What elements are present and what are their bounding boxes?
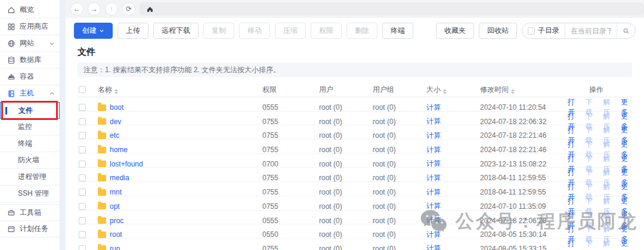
sidebar-item-应用商店[interactable]: 应用商店 [0, 18, 60, 35]
row-checkbox[interactable] [79, 146, 86, 153]
refresh-button[interactable]: ⟳ [122, 2, 135, 16]
sidebar-item-进程管理[interactable]: 进程管理 [0, 169, 60, 186]
toolbar-button-远程下载[interactable]: 远程下载 [153, 23, 199, 39]
file-name-link[interactable]: root [110, 230, 122, 239]
sidebar-item-终端[interactable]: 终端 [0, 135, 60, 152]
calculate-size-link[interactable]: 计算 [426, 146, 441, 154]
toolbox-icon [7, 208, 16, 217]
file-name-link[interactable]: dev [110, 118, 121, 126]
sort-icon [443, 89, 447, 95]
file-name-link[interactable]: media [110, 174, 129, 182]
file-name-link[interactable]: home [110, 146, 128, 154]
calculate-size-link[interactable]: 计算 [426, 103, 441, 112]
breadcrumb[interactable] [140, 2, 644, 16]
file-name-link[interactable]: etc [110, 131, 119, 140]
mtime-cell: 2024-07-18 22:06:28 [480, 217, 561, 225]
file-name-link[interactable]: mnt [110, 188, 122, 196]
sidebar-item-网站[interactable]: 网站 [0, 35, 60, 52]
user-cell: root (0) [319, 160, 373, 168]
sidebar-item-label: 容器 [20, 72, 34, 82]
toolbar-button-上传[interactable]: 上传 [117, 23, 148, 39]
file-panel: 创建 上传远程下载复制移动压缩权限删除终端 收藏夹 回收站 子目录 [66, 18, 644, 250]
permission-cell: 0555 [262, 217, 319, 225]
column-header-修改时间[interactable]: 修改时间 [480, 85, 561, 95]
file-name-link[interactable]: lost+found [110, 160, 143, 168]
table-row: root0550root (0)root (0)计算2024-08-05 15:… [78, 224, 632, 239]
user-cell: root (0) [319, 146, 373, 154]
recycle-bin-button[interactable]: 回收站 [479, 23, 517, 39]
row-checkbox[interactable] [79, 231, 86, 238]
sidebar-item-label: 防火墙 [18, 155, 39, 165]
server-icon [7, 89, 16, 98]
calculate-size-link[interactable]: 计算 [426, 117, 441, 125]
row-checkbox[interactable] [79, 174, 86, 181]
select-all-checkbox[interactable] [79, 86, 86, 93]
create-button[interactable]: 创建 [74, 23, 113, 39]
file-content: 文件 注意：1. 搜索结果不支持排序功能 2. 文件夹无法按大小排序。 名称权限… [66, 47, 644, 250]
calculate-size-link[interactable]: 计算 [426, 159, 441, 168]
op-link-解压: 解压 [603, 239, 615, 250]
search-button[interactable] [617, 23, 635, 38]
column-header-大小[interactable]: 大小 [426, 85, 480, 95]
sidebar-item-容器[interactable]: 容器 [0, 69, 60, 85]
file-name-link[interactable]: run [110, 245, 120, 250]
name-cell: dev [98, 118, 262, 126]
table-row: dev0755root (0)root (0)计算2024-07-18 22:0… [78, 112, 632, 126]
column-header-名称[interactable]: 名称 [98, 85, 262, 95]
forward-icon: → [91, 3, 98, 15]
row-checkbox[interactable] [79, 203, 86, 210]
row-checkbox[interactable] [79, 104, 86, 111]
row-checkbox[interactable] [79, 189, 86, 196]
sidebar-item-SSH 管理[interactable]: SSH 管理 [0, 186, 60, 202]
sidebar-item-label: 应用商店 [20, 21, 48, 32]
sidebar-item-数据库[interactable]: 数据库 [0, 52, 60, 69]
home-icon[interactable] [146, 5, 154, 13]
toolbar-button-终端[interactable]: 终端 [382, 23, 413, 39]
page-title: 文件 [78, 47, 632, 58]
back-button[interactable]: ← [70, 2, 83, 16]
sidebar-item-文件[interactable]: 文件 [0, 102, 60, 119]
file-name-link[interactable]: opt [110, 202, 120, 211]
sidebar-item-概览[interactable]: 概览 [0, 2, 60, 18]
sidebar-item-工具箱[interactable]: 工具箱 [0, 204, 60, 221]
folder-icon [98, 217, 106, 224]
sidebar-item-防火墙[interactable]: 防火墙 [0, 152, 60, 169]
calculate-size-link[interactable]: 计算 [426, 188, 441, 196]
calculate-size-link[interactable]: 计算 [426, 216, 441, 224]
row-checkbox[interactable] [79, 161, 86, 168]
op-link-更多[interactable]: 更多 [621, 239, 632, 250]
forward-button[interactable]: → [88, 2, 101, 16]
row-checkbox[interactable] [79, 217, 86, 224]
file-name-link[interactable]: proc [110, 217, 123, 225]
sidebar-item-监控[interactable]: 监控 [0, 119, 60, 135]
calculate-size-link[interactable]: 计算 [426, 230, 441, 239]
sidebar-item-label: 网站 [20, 38, 34, 48]
column-header-label: 操作 [589, 85, 603, 94]
permission-cell: 0755 [262, 202, 319, 211]
toolbar-right: 收藏夹 回收站 子目录 [436, 23, 636, 39]
row-checkbox[interactable] [79, 118, 86, 125]
sidebar-item-主机[interactable]: 主机 [0, 85, 60, 102]
calculate-size-link[interactable]: 计算 [426, 244, 441, 250]
sidebar-item-计划任务[interactable]: 计划任务 [0, 221, 60, 237]
calculate-size-link[interactable]: 计算 [426, 131, 441, 140]
sidebar-item-label: 计划任务 [20, 224, 48, 234]
favorites-button[interactable]: 收藏夹 [436, 23, 474, 39]
search-input[interactable] [571, 27, 611, 35]
row-checkbox[interactable] [79, 245, 86, 250]
permission-cell: 0700 [262, 160, 319, 168]
mtime-cell: 2024-07-10 11:35:09 [480, 202, 561, 211]
calculate-size-link[interactable]: 计算 [426, 202, 441, 210]
folder-icon [98, 245, 106, 250]
table-row: proc0555root (0)root (0)计算2024-07-18 22:… [78, 211, 632, 225]
file-name-link[interactable]: boot [110, 103, 123, 112]
subdir-checkbox[interactable] [528, 27, 535, 35]
subdir-toggle[interactable]: 子目录 [522, 23, 565, 38]
calculate-size-link[interactable]: 计算 [426, 174, 441, 182]
row-checkbox[interactable] [79, 132, 86, 139]
op-link-下载: 下载 [586, 239, 597, 250]
folder-icon [98, 189, 106, 196]
folder-icon [98, 161, 106, 167]
op-link-打开[interactable]: 打开 [568, 239, 579, 250]
table-row: boot0555root (0)root (0)计算2024-07-10 11:… [78, 97, 632, 112]
